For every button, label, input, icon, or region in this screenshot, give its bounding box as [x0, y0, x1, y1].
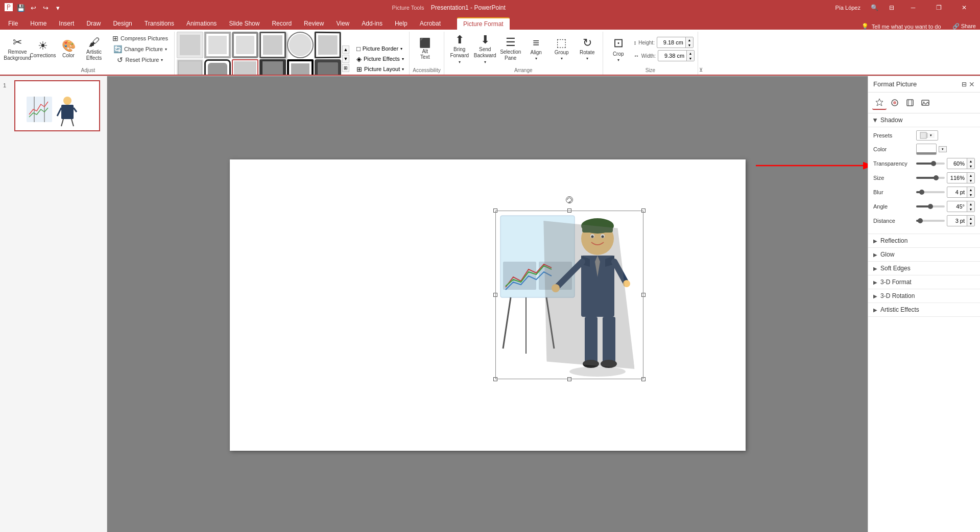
tab-insert[interactable]: Insert — [53, 17, 80, 30]
style-thumb-5[interactable] — [287, 32, 314, 58]
style-thumb-8[interactable] — [204, 59, 231, 76]
handle-bottom-left[interactable] — [493, 377, 497, 381]
tab-acrobat[interactable]: Acrobat — [414, 17, 447, 30]
tab-animations[interactable]: Animations — [180, 17, 223, 30]
style-thumb-11[interactable] — [287, 59, 314, 76]
compress-pictures-button[interactable]: ⊞ Compress Pictures — [109, 33, 171, 43]
transparency-input[interactable] — [947, 160, 967, 167]
rotate-button[interactable]: ↻ Rotate ▾ — [575, 33, 600, 65]
group-button[interactable]: ⬚ Group ▾ — [549, 33, 574, 65]
canvas-area[interactable] — [107, 76, 868, 532]
tab-draw[interactable]: Draw — [80, 17, 107, 30]
share-btn[interactable]: 🔗 Share — [952, 23, 976, 30]
distance-up[interactable]: ▲ — [967, 216, 974, 221]
reset-picture-button[interactable]: ↺ Reset Picture ▾ — [109, 55, 171, 65]
tab-home[interactable]: Home — [24, 17, 53, 30]
blur-input[interactable] — [947, 189, 967, 196]
tab-design[interactable]: Design — [107, 17, 138, 30]
transparency-up[interactable]: ▲ — [967, 158, 974, 164]
style-thumb-12[interactable] — [315, 59, 341, 76]
3d-rotation-section-header[interactable]: ▶ 3-D Rotation — [868, 289, 980, 303]
customize-qat-icon[interactable]: ▾ — [53, 3, 62, 12]
crop-button[interactable]: ⊡ Crop ▾ — [606, 33, 631, 65]
remove-background-button[interactable]: ✂ RemoveBackground — [5, 33, 30, 65]
blur-up[interactable]: ▲ — [967, 187, 974, 192]
tab-view[interactable]: View — [330, 17, 355, 30]
width-spinner-up[interactable]: ▲ — [687, 51, 694, 56]
distance-down[interactable]: ▼ — [967, 221, 974, 226]
color-spinner-btn[interactable]: ▾ — [939, 147, 946, 152]
panel-tab-size[interactable] — [903, 96, 917, 110]
transparency-thumb[interactable] — [931, 161, 936, 166]
tab-help[interactable]: Help — [389, 17, 414, 30]
presets-picker[interactable]: ▾ — [916, 130, 938, 141]
panel-tab-fill[interactable] — [888, 96, 902, 110]
style-thumb-1[interactable] — [177, 32, 203, 58]
size-thumb[interactable] — [934, 175, 939, 180]
align-button[interactable]: ≡ Align ▾ — [524, 33, 548, 65]
angle-up[interactable]: ▲ — [967, 201, 974, 206]
size-down[interactable]: ▼ — [967, 178, 974, 183]
format-panel-collapse-icon[interactable]: ⊟ — [962, 81, 967, 88]
glow-section-header[interactable]: ▶ Glow — [868, 248, 980, 262]
distance-input[interactable] — [947, 217, 967, 224]
tab-slideshow[interactable]: Slide Show — [223, 17, 266, 30]
save-qat-icon[interactable]: 💾 — [16, 3, 26, 12]
soft-edges-section-header[interactable]: ▶ Soft Edges — [868, 262, 980, 275]
angle-input[interactable] — [947, 203, 967, 210]
rotate-handle[interactable] — [566, 196, 573, 203]
format-panel-close-btn[interactable]: ✕ — [969, 80, 975, 88]
shadow-color-swatch[interactable] — [916, 144, 937, 155]
width-spinner-down[interactable]: ▼ — [687, 56, 694, 61]
tab-review[interactable]: Review — [298, 17, 330, 30]
style-thumb-3[interactable] — [232, 32, 258, 58]
gallery-scroll-down[interactable]: ▼ — [342, 55, 349, 63]
tab-record[interactable]: Record — [266, 17, 298, 30]
blur-thumb[interactable] — [919, 190, 924, 195]
style-thumb-2[interactable] — [204, 32, 231, 58]
width-input[interactable] — [658, 52, 686, 59]
size-slider[interactable] — [916, 177, 945, 179]
ribbon-expand[interactable]: ⊻ — [699, 32, 703, 75]
tell-me-input[interactable]: Tell me what you want to do — [872, 24, 941, 30]
close-btn[interactable]: ✕ — [952, 0, 976, 15]
slide-thumbnail-1[interactable] — [14, 80, 100, 131]
angle-down[interactable]: ▼ — [967, 206, 974, 212]
angle-slider[interactable] — [916, 205, 945, 207]
handle-top-center[interactable] — [567, 209, 571, 213]
transparency-down[interactable]: ▼ — [967, 164, 974, 169]
artistic-effects-button[interactable]: 🖌 ArtisticEffects — [82, 33, 106, 65]
color-button[interactable]: 🎨 Color — [56, 33, 81, 65]
corrections-button[interactable]: ☀ Corrections — [31, 33, 55, 65]
picture-effects-button[interactable]: ◈ Picture Effects ▾ — [353, 54, 407, 64]
height-spinner-down[interactable]: ▼ — [686, 42, 693, 48]
style-thumb-7[interactable] — [177, 59, 203, 76]
height-spinner-up[interactable]: ▲ — [686, 37, 693, 42]
picture-layout-button[interactable]: ⊞ Picture Layout ▾ — [353, 64, 407, 74]
distance-thumb[interactable] — [918, 218, 923, 223]
send-backward-button[interactable]: ⬇ SendBackward ▾ — [473, 33, 497, 65]
change-picture-button[interactable]: 🔄 Change Picture ▾ — [109, 44, 171, 54]
selected-image-container[interactable] — [495, 211, 643, 379]
redo-qat-icon[interactable]: ↪ — [41, 3, 50, 12]
gallery-more[interactable]: ⊞ — [342, 64, 349, 72]
undo-qat-icon[interactable]: ↩ — [29, 3, 38, 12]
ribbon-expand-icon[interactable]: ⊻ — [699, 67, 703, 73]
reflection-section-header[interactable]: ▶ Reflection — [868, 234, 980, 248]
ribbon-display-btn[interactable]: ⊟ — [884, 0, 899, 15]
handle-bottom-right[interactable] — [641, 377, 646, 381]
style-thumb-6[interactable] — [315, 32, 341, 59]
3d-format-section-header[interactable]: ▶ 3-D Format — [868, 275, 980, 289]
blur-down[interactable]: ▼ — [967, 192, 974, 197]
style-thumb-4[interactable] — [259, 32, 286, 58]
selection-pane-button[interactable]: ☰ SelectionPane — [498, 33, 523, 65]
distance-slider[interactable] — [916, 220, 945, 222]
height-input[interactable] — [657, 39, 685, 46]
handle-top-left[interactable] — [493, 209, 497, 213]
handle-middle-right[interactable] — [641, 293, 646, 297]
artistic-effects-section-header[interactable]: ▶ Artistic Effects — [868, 303, 980, 317]
panel-tab-effects[interactable] — [872, 96, 887, 110]
handle-middle-left[interactable] — [493, 293, 497, 297]
tab-addins[interactable]: Add-ins — [355, 17, 389, 30]
presets-spinner-btn[interactable]: ▾ — [927, 133, 935, 138]
